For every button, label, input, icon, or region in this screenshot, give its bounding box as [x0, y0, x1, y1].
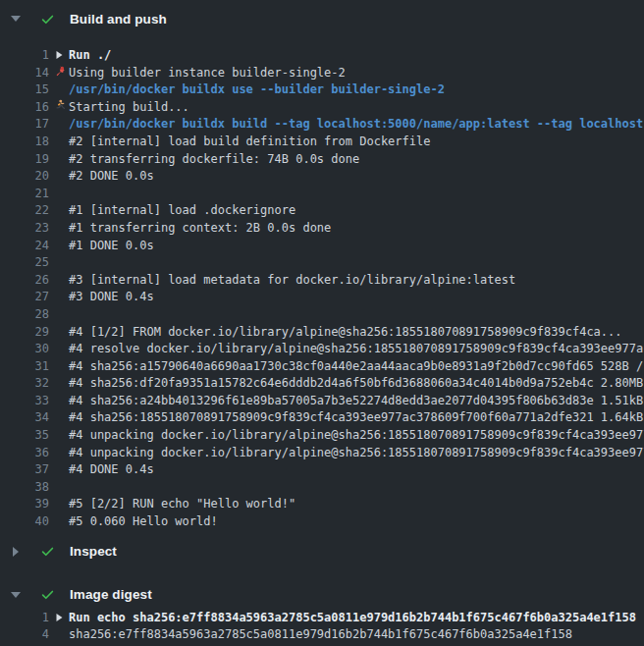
log-text: #2 DONE 0.0s — [69, 168, 154, 186]
log-line: 24#1 DONE 0.0s — [0, 238, 644, 255]
line-number[interactable]: 17 — [0, 116, 49, 134]
log-text: #5 0.060 Hello world! — [69, 513, 218, 531]
line-number[interactable]: 27 — [0, 289, 49, 306]
log-line: 17/usr/bin/docker buildx build --tag loc… — [0, 116, 644, 134]
log-line: 4sha256:e7ff8834a5963a2785c5a0811e979d16… — [0, 626, 644, 644]
log-body-build-and-push: 1Run ./14Using builder instance builder-… — [0, 37, 644, 537]
log-text: #4 sha256:df20fa9351a15782c64e6dddb2d4a6… — [69, 375, 644, 393]
log-line: 27#3 DONE 0.4s — [0, 289, 644, 306]
line-number[interactable]: 4 — [0, 626, 49, 644]
line-number[interactable]: 15 — [0, 81, 49, 99]
log-text: #2 [internal] load build definition from… — [69, 134, 430, 151]
log-text: #5 [2/2] RUN echo "Hello world!" — [69, 496, 295, 513]
chevron-right-icon[interactable] — [51, 613, 67, 622]
log-line: 34#4 sha256:185518070891758909c9f839cf4c… — [0, 409, 644, 427]
log-line: 33#4 sha256:a24bb4013296f61e89ba57005a7b… — [0, 393, 644, 410]
line-number[interactable]: 34 — [0, 409, 49, 427]
section-header-image-digest[interactable]: Image digest — [0, 580, 644, 610]
line-number[interactable]: 22 — [0, 202, 49, 220]
log-text: #2 transferring dockerfile: 74B 0.0s don… — [69, 151, 359, 169]
caret-right-icon[interactable] — [13, 547, 19, 557]
log-line: 1Run echo sha256:e7ff8834a5963a2785c5a08… — [0, 610, 644, 627]
line-number[interactable]: 35 — [0, 427, 49, 445]
log-line: 21 — [0, 186, 644, 203]
log-text: #4 DONE 0.4s — [69, 461, 154, 479]
log-line: 20#2 DONE 0.0s — [0, 168, 644, 186]
line-number[interactable]: 38 — [0, 479, 49, 497]
line-number[interactable]: 16 — [0, 99, 49, 117]
line-number[interactable]: 14 — [0, 65, 49, 82]
log-text: #4 unpacking docker.io/library/alpine@sh… — [69, 427, 644, 445]
log-text: #1 transferring context: 2B 0.0s done — [69, 220, 331, 238]
line-number[interactable]: 28 — [0, 306, 49, 324]
caret-down-icon[interactable] — [11, 16, 21, 22]
log-line: 31#4 sha256:a15790640a6690aa1730c38cf0a4… — [0, 358, 644, 376]
log-text: #4 sha256:185518070891758909c9f839cf4ca3… — [69, 409, 644, 427]
chevron-right-icon[interactable] — [51, 50, 67, 60]
line-number[interactable]: 37 — [0, 461, 49, 479]
section-title: Inspect — [70, 544, 117, 559]
line-number[interactable]: 33 — [0, 393, 49, 410]
log-text: #4 sha256:a15790640a6690aa1730c38cf0a440… — [69, 358, 644, 376]
line-number[interactable]: 1 — [0, 47, 49, 65]
line-number[interactable]: 1 — [0, 610, 49, 627]
line-number[interactable]: 25 — [0, 254, 49, 272]
log-line: 19#2 transferring dockerfile: 74B 0.0s d… — [0, 151, 644, 169]
log-text: #1 DONE 0.0s — [69, 238, 154, 255]
section-title: Image digest — [70, 587, 152, 602]
line-number[interactable]: 30 — [0, 341, 49, 358]
line-number[interactable]: 19 — [0, 151, 49, 169]
line-number[interactable]: 36 — [0, 445, 49, 462]
log-line: 38 — [0, 479, 644, 497]
log-text: #3 [internal] load metadata for docker.i… — [69, 272, 515, 290]
log-body-image-digest: 1Run echo sha256:e7ff8834a5963a2785c5a08… — [0, 610, 644, 644]
log-line: 32#4 sha256:df20fa9351a15782c64e6dddb2d4… — [0, 375, 644, 393]
line-number[interactable]: 18 — [0, 134, 49, 151]
line-number[interactable]: 29 — [0, 324, 49, 342]
line-number[interactable]: 31 — [0, 358, 49, 376]
log-line: 15/usr/bin/docker buildx use --builder b… — [0, 81, 644, 99]
log-line: 16Starting build... — [0, 99, 644, 117]
pushpin-icon — [51, 65, 67, 78]
log-line: 39#5 [2/2] RUN echo "Hello world!" — [0, 496, 644, 513]
log-line: 36#4 unpacking docker.io/library/alpine@… — [0, 445, 644, 462]
line-number[interactable]: 32 — [0, 375, 49, 393]
log-line: 37#4 DONE 0.4s — [0, 461, 644, 479]
log-command-text: /usr/bin/docker buildx build --tag local… — [69, 116, 644, 134]
line-number[interactable]: 21 — [0, 186, 49, 203]
section-header-inspect[interactable]: Inspect — [0, 537, 644, 566]
log-group-text[interactable]: Run echo sha256:e7ff8834a5963a2785c5a081… — [69, 610, 636, 627]
section-title: Build and push — [70, 12, 167, 27]
line-number[interactable]: 24 — [0, 238, 49, 255]
line-number[interactable]: 23 — [0, 220, 49, 238]
line-number[interactable]: 26 — [0, 272, 49, 290]
log-line: 29#4 [1/2] FROM docker.io/library/alpine… — [0, 324, 644, 342]
line-number[interactable]: 20 — [0, 168, 49, 186]
log-line: 30#4 resolve docker.io/library/alpine@sh… — [0, 341, 644, 358]
log-text: #3 DONE 0.4s — [69, 289, 154, 306]
log-text: #4 [1/2] FROM docker.io/library/alpine@s… — [69, 324, 622, 342]
line-number[interactable]: 39 — [0, 496, 49, 513]
log-line: 26#3 [internal] load metadata for docker… — [0, 272, 644, 290]
log-text: #4 unpacking docker.io/library/alpine@sh… — [69, 445, 644, 462]
log-command-text: /usr/bin/docker buildx use --builder bui… — [69, 81, 445, 99]
log-line: 28 — [0, 306, 644, 324]
log-group-text[interactable]: Run ./ — [69, 47, 111, 65]
log-text: #4 resolve docker.io/library/alpine@sha2… — [69, 341, 644, 358]
log-line: 1Run ./ — [0, 47, 644, 65]
log-text: sha256:e7ff8834a5963a2785c5a0811e979d16b… — [69, 626, 572, 644]
line-number[interactable]: 40 — [0, 513, 49, 531]
log-line: 14Using builder instance builder-single-… — [0, 65, 644, 82]
check-icon — [40, 544, 55, 559]
log-line: 18#2 [internal] load build definition fr… — [0, 134, 644, 151]
log-line: 23#1 transferring context: 2B 0.0s done — [0, 220, 644, 238]
check-icon — [40, 12, 55, 27]
caret-down-icon[interactable] — [11, 592, 21, 598]
log-line: 40#5 0.060 Hello world! — [0, 513, 644, 531]
log-text: #4 sha256:a24bb4013296f61e89ba57005a7b3e… — [69, 393, 644, 410]
log-line: 22#1 [internal] load .dockerignore — [0, 202, 644, 220]
section-header-build-and-push[interactable]: Build and push — [0, 0, 644, 37]
log-line: 25 — [0, 254, 644, 272]
log-line: 35#4 unpacking docker.io/library/alpine@… — [0, 427, 644, 445]
runner-icon — [51, 99, 67, 112]
